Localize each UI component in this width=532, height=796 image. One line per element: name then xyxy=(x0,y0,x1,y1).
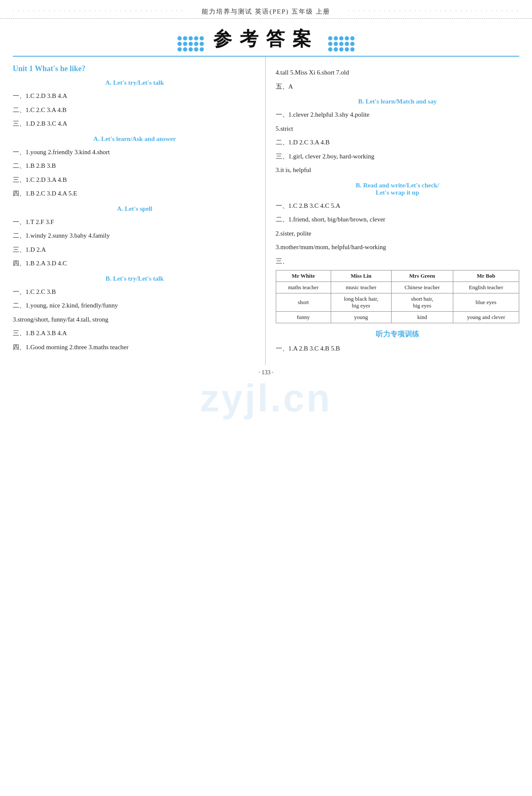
header-text: 能力培养与测试 英语(PEP) 五年级 上册 xyxy=(202,8,330,15)
section-title-1: A. Let's try/Let's talk xyxy=(13,79,257,86)
answer-2-4: 四、1.B 2.C 3.D 4.A 5.E xyxy=(13,188,257,199)
right-answer-2-1: 一、1.C 2.B 3.C 4.C 5.A xyxy=(276,201,520,212)
answer-4-5: 四、1.Good morning 2.three 3.maths teacher xyxy=(13,342,257,353)
answer-1-3: 三、1.D 2.B 3.C 4.A xyxy=(13,118,257,129)
right-section-title-1: B. Let's learn/Match and say xyxy=(276,98,520,105)
answer-3-3: 三、1.D 2.A xyxy=(13,244,257,256)
right-answer-2-2: 二、1.friend, short, big/blue/brown, cleve… xyxy=(276,214,520,225)
listen-section-title: 听力专项训练 xyxy=(276,329,520,339)
section-title-4: B. Let's try/Let's talk xyxy=(13,275,257,282)
answer-4-3: 3.strong/short, funny/fat 4.tall, strong xyxy=(13,314,257,325)
right-answer-1-5: 3.it is, helpful xyxy=(276,165,520,176)
table-cell: Chinese teacher xyxy=(391,282,453,293)
page-wrapper: · · · · · · · · · · · · · · · · · · · · … xyxy=(0,0,532,796)
right-answer-1-4: 三、1.girl, clever 2.boy, hard-working xyxy=(276,151,520,162)
table-row: short long black hair, big eyes short ha… xyxy=(276,293,519,312)
answer-4-2: 二、1.young, nice 2.kind, friendly/funny xyxy=(13,300,257,311)
right-answer-1-1: 一、1.clever 2.helpful 3.shy 4.polite xyxy=(276,109,520,121)
right-answer-1-2: 5.strict xyxy=(276,124,520,135)
listen-answer-1: 一、1.A 2.B 3.C 4.B 5.B xyxy=(276,343,520,354)
table-cell: music teacher xyxy=(331,282,391,293)
main-content: Unit 1 What's he like? A. Let's try/Let'… xyxy=(0,57,532,365)
right-top-1: 4.tall 5.Miss Xi 6.short 7.old xyxy=(276,67,520,78)
table-row: maths teacher music teacher Chinese teac… xyxy=(276,282,519,293)
right-answer-2-4: 3.mother/mum/mom, helpful/hard-working xyxy=(276,242,520,253)
header-dots-right: · · · · · · · · · · · · · · · · · · · · … xyxy=(348,8,519,14)
table-header-1: Mr White xyxy=(276,270,331,282)
dot-grid-left xyxy=(177,36,204,52)
top-header: · · · · · · · · · · · · · · · · · · · · … xyxy=(0,0,532,19)
table-cell: blue eyes xyxy=(453,293,519,312)
answer-3-1: 一、1.T 2.F 3.F xyxy=(13,217,257,228)
table-cell: short hair, big eyes xyxy=(391,293,453,312)
table-cell: young and clever xyxy=(453,312,519,323)
dot-grid-right xyxy=(328,36,355,52)
right-answer-1-3: 二、1.D 2.C 3.A 4.B xyxy=(276,137,520,148)
table-header-2: Miss Lin xyxy=(331,270,391,282)
table-header-4: Mr Bob xyxy=(453,270,519,282)
answer-2-1: 一、1.young 2.friendly 3.kind 4.short xyxy=(13,147,257,158)
right-answer-2-3: 2.sister, polite xyxy=(276,228,520,239)
table-header-3: Mrs Green xyxy=(391,270,453,282)
left-column: Unit 1 What's he like? A. Let's try/Let'… xyxy=(13,57,266,365)
title-dots-right xyxy=(328,36,355,52)
answer-4-1: 一、1.C 2.C 3.B xyxy=(13,287,257,298)
unit-title: Unit 1 What's he like? xyxy=(13,64,257,73)
section-title-2: A. Let's learn/Ask and answer xyxy=(13,135,257,143)
title-text: 参考答案 xyxy=(213,29,319,49)
right-column: 4.tall 5.Miss Xi 6.short 7.old 五、A B. Le… xyxy=(266,57,520,365)
page-number: · 133 · xyxy=(0,365,532,379)
title-dots-left xyxy=(177,36,204,52)
table-cell: short xyxy=(276,293,331,312)
watermark: zyjl.cn xyxy=(200,376,332,420)
answer-3-2: 二、1.windy 2.sunny 3.baby 4.family xyxy=(13,230,257,241)
answer-1-2: 二、1.C 2.C 3.A 4.B xyxy=(13,105,257,116)
header-dots-left: · · · · · · · · · · · · · · · · · · · · … xyxy=(13,8,184,14)
table-cell: funny xyxy=(276,312,331,323)
answer-1-1: 一、1.C 2.D 3.B 4.A xyxy=(13,91,257,102)
right-top-2: 五、A xyxy=(276,81,520,92)
table-cell: long black hair, big eyes xyxy=(331,293,391,312)
table-cell: English teacher xyxy=(453,282,519,293)
title-block: 参考答案 xyxy=(0,19,532,56)
table-cell: maths teacher xyxy=(276,282,331,293)
answer-3-4: 四、1.B 2.A 3.D 4.C xyxy=(13,258,257,269)
answer-table: Mr White Miss Lin Mrs Green Mr Bob maths… xyxy=(276,270,520,323)
answer-2-2: 二、1.B 2.B 3.B xyxy=(13,161,257,172)
table-cell: young xyxy=(331,312,391,323)
answer-2-3: 三、1.C 2.D 3.A 4.B xyxy=(13,175,257,186)
right-answer-2-5: 三、 xyxy=(276,256,520,267)
section-title-3: A. Let's spell xyxy=(13,205,257,213)
right-section-title-2: B. Read and write/Let's check/ Let's wra… xyxy=(276,182,520,196)
answer-4-4: 三、1.B 2.A 3.B 4.A xyxy=(13,328,257,339)
table-row: funny young kind young and clever xyxy=(276,312,519,323)
table-cell: kind xyxy=(391,312,453,323)
